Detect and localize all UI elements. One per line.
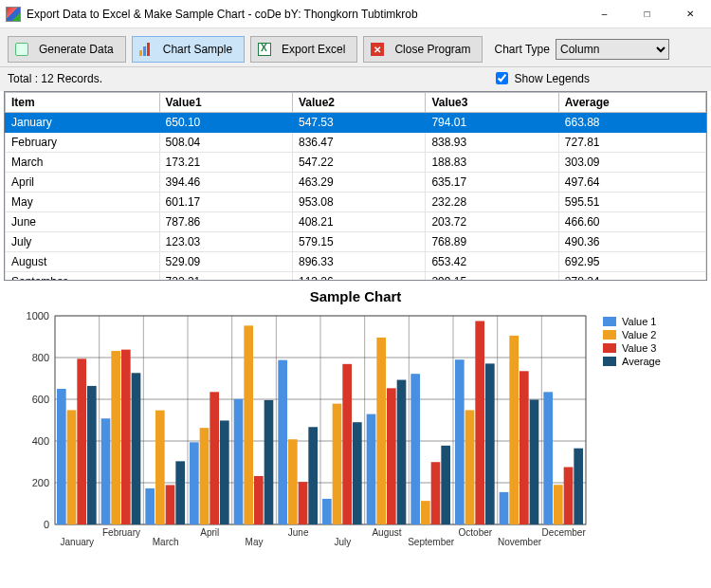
table-cell: 547.53: [292, 113, 425, 133]
svg-rect-53: [200, 428, 210, 524]
svg-rect-43: [278, 360, 287, 524]
table-cell: 508.04: [159, 133, 292, 153]
svg-text:800: 800: [32, 352, 49, 363]
svg-text:April: April: [200, 527, 219, 538]
table-row[interactable]: March173.21547.22188.83303.09: [6, 153, 706, 173]
table-row[interactable]: September722.31113.26299.15378.24: [6, 272, 706, 282]
total-records-label: Total : 12 Records.: [8, 72, 492, 85]
table-row[interactable]: June787.86408.21203.72466.60: [6, 212, 706, 232]
chart-sample-label: Chart Sample: [163, 43, 232, 56]
table-row[interactable]: August529.09896.33653.42692.95: [6, 252, 706, 272]
svg-text:February: February: [102, 527, 140, 538]
svg-rect-76: [175, 461, 185, 524]
svg-rect-52: [155, 411, 165, 524]
table-cell: 579.15: [292, 232, 425, 252]
svg-rect-71: [475, 322, 484, 525]
svg-rect-84: [530, 399, 539, 524]
table-cell: 299.15: [426, 272, 558, 282]
svg-rect-83: [485, 363, 495, 524]
data-grid[interactable]: ItemValue1Value2Value3Average January650…: [4, 91, 707, 281]
legend-label: Average: [622, 356, 661, 367]
svg-rect-39: [101, 418, 111, 524]
export-excel-button[interactable]: Export Excel: [250, 36, 357, 63]
table-cell: 188.83: [426, 153, 558, 173]
svg-text:May: May: [246, 537, 264, 547]
table-cell: 123.03: [159, 232, 292, 252]
table-cell: 394.46: [159, 173, 292, 193]
close-program-label: Close Program: [394, 43, 470, 56]
svg-rect-54: [244, 325, 253, 524]
export-excel-label: Export Excel: [282, 43, 345, 56]
svg-rect-49: [543, 392, 553, 524]
table-row[interactable]: May601.17953.08232.28595.51: [6, 193, 706, 212]
svg-text:October: October: [459, 527, 493, 538]
svg-rect-62: [77, 358, 86, 524]
column-header[interactable]: Average: [558, 93, 705, 113]
table-cell: January: [6, 113, 160, 133]
svg-text:1000: 1000: [27, 310, 49, 322]
table-cell: 601.17: [159, 193, 292, 212]
svg-rect-42: [234, 399, 244, 524]
table-cell: 595.51: [558, 193, 705, 212]
svg-text:March: March: [153, 537, 179, 547]
svg-rect-50: [67, 410, 77, 524]
maximize-button[interactable]: □: [626, 1, 668, 28]
table-cell: 653.42: [426, 252, 558, 272]
svg-text:December: December: [542, 527, 587, 538]
svg-rect-82: [441, 446, 450, 524]
column-header[interactable]: Item: [6, 93, 160, 113]
svg-rect-47: [455, 359, 465, 524]
table-cell: 768.89: [426, 232, 558, 252]
table-row[interactable]: July123.03579.15768.89490.36: [6, 232, 706, 252]
table-cell: 953.08: [292, 193, 425, 212]
legend-item: Value 2: [603, 329, 661, 340]
svg-rect-48: [500, 492, 509, 524]
svg-rect-40: [145, 488, 155, 524]
svg-rect-65: [210, 392, 219, 524]
legend-item: Average: [603, 356, 661, 367]
show-legends-checkbox-wrap[interactable]: Show Legends: [492, 69, 590, 87]
svg-rect-38: [57, 389, 66, 524]
svg-rect-78: [264, 400, 274, 524]
svg-rect-85: [574, 449, 583, 524]
column-header[interactable]: Value2: [292, 93, 425, 113]
table-cell: 463.29: [292, 173, 425, 193]
svg-text:400: 400: [32, 435, 49, 447]
table-cell: 466.60: [558, 212, 705, 232]
legend-label: Value 2: [622, 329, 657, 340]
table-cell: 663.88: [558, 113, 705, 133]
close-window-button[interactable]: ✕: [668, 1, 711, 28]
generate-data-button[interactable]: Generate Data: [8, 36, 126, 63]
table-cell: 836.47: [292, 133, 425, 153]
table-cell: 794.01: [426, 113, 558, 133]
table-row[interactable]: January650.10547.53794.01663.88: [6, 113, 706, 133]
table-cell: 635.17: [426, 173, 558, 193]
table-cell: 203.72: [426, 212, 558, 232]
svg-text:0: 0: [44, 519, 49, 530]
chart-legend: Value 1Value 2Value 3Average: [603, 316, 661, 369]
table-cell: May: [6, 193, 160, 212]
svg-rect-79: [308, 427, 318, 524]
table-row[interactable]: February508.04836.47838.93727.81: [6, 133, 706, 153]
svg-rect-59: [465, 410, 475, 524]
chart-sample-button[interactable]: Chart Sample: [132, 36, 245, 63]
svg-rect-74: [87, 386, 97, 524]
table-cell: 497.64: [558, 173, 705, 193]
sample-chart: 02004006008001000JanuaryFebruaryMarchApr…: [8, 306, 595, 572]
column-header[interactable]: Value1: [159, 93, 292, 113]
table-row[interactable]: April394.46463.29635.17497.64: [6, 173, 706, 193]
table-cell: 547.22: [292, 153, 425, 173]
table-cell: 722.31: [159, 272, 292, 282]
svg-rect-51: [111, 351, 120, 524]
svg-rect-58: [421, 501, 430, 524]
chart-type-select[interactable]: Column: [556, 39, 669, 60]
column-header[interactable]: Value3: [426, 93, 558, 113]
svg-rect-46: [410, 374, 420, 524]
show-legends-checkbox[interactable]: [496, 72, 508, 84]
svg-text:June: June: [288, 527, 309, 538]
svg-rect-60: [509, 336, 519, 524]
minimize-button[interactable]: –: [583, 1, 626, 28]
legend-swatch: [603, 317, 616, 326]
table-cell: 529.09: [159, 252, 292, 272]
close-program-button[interactable]: ✕ Close Program: [363, 36, 483, 63]
